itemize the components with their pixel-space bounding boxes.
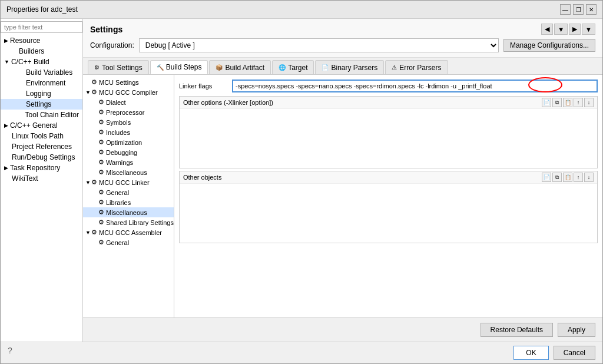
ok-button[interactable]: OK <box>513 346 548 360</box>
sidebar-item-wikitext[interactable]: WikiText <box>1 173 82 184</box>
sidebar-item-settings[interactable]: Settings <box>1 99 82 110</box>
linker-flags-label: Linker flags <box>179 82 232 90</box>
sidebar-item-builders[interactable]: Builders <box>1 46 82 57</box>
nav-arrows: ◀ ▼ ▶ ▼ <box>541 24 595 35</box>
other-options-icon1-btn[interactable]: 📄 <box>542 98 551 107</box>
tab-tool-settings[interactable]: ⚙ Tool Settings <box>88 60 149 74</box>
other-options-section: Other options (-Xlinker [option]) 📄 ⧉ 📋 … <box>179 96 598 168</box>
sidebar-item-build-variables[interactable]: Build Variables <box>1 67 82 78</box>
error-parsers-icon: ⚠ <box>392 64 397 71</box>
gcc-compiler-icon: ⚙ <box>91 88 97 96</box>
tree-node-libraries[interactable]: ⚙ Libraries <box>83 197 174 207</box>
help-icon[interactable]: ? <box>8 346 12 360</box>
tree-node-preprocessor[interactable]: ⚙ Preprocessor <box>83 107 174 117</box>
other-options-copy-btn[interactable]: ⧉ <box>552 98 562 107</box>
nav-back-button[interactable]: ◀ <box>541 24 553 35</box>
linker-flags-input[interactable] <box>232 80 598 92</box>
sidebar-item-project-references[interactable]: Project References <box>1 141 82 152</box>
other-objects-up-btn[interactable]: ↑ <box>574 173 583 182</box>
settings-content: ⚙ MCU Settings ▼ ⚙ MCU GCC Compiler ⚙ Di… <box>83 75 602 317</box>
tree-node-dialect[interactable]: ⚙ Dialect <box>83 97 174 107</box>
symbols-icon: ⚙ <box>98 118 104 126</box>
binary-parsers-icon: 📄 <box>322 64 329 71</box>
mcu-settings-icon: ⚙ <box>91 78 97 86</box>
tab-build-artifact[interactable]: 📦 Build Artifact <box>209 60 271 74</box>
tab-build-steps[interactable]: 🔨 Build Steps <box>150 60 208 74</box>
panel-header: Settings ◀ ▼ ▶ ▼ Configuration: Debug [ … <box>83 19 602 58</box>
tree-node-assembler-general[interactable]: ⚙ General <box>83 237 174 247</box>
gcc-assembler-icon: ⚙ <box>91 229 97 236</box>
tree-node-optimization[interactable]: ⚙ Optimization <box>83 137 174 147</box>
tab-target-label: Target <box>288 64 307 72</box>
tool-settings-icon: ⚙ <box>94 64 100 71</box>
dialect-icon: ⚙ <box>98 98 104 106</box>
filter-input[interactable] <box>1 21 82 33</box>
minimize-button[interactable]: — <box>560 4 571 15</box>
other-objects-icon1-btn[interactable]: 📄 <box>542 173 551 182</box>
target-icon: 🌐 <box>279 64 286 71</box>
sections-container: Other options (-Xlinker [option]) 📄 ⧉ 📋 … <box>179 96 598 313</box>
sidebar-item-run-debug[interactable]: Run/Debug Settings <box>1 152 82 163</box>
other-options-header: Other options (-Xlinker [option]) 📄 ⧉ 📋 … <box>180 97 597 109</box>
restore-button[interactable]: ❐ <box>573 4 584 15</box>
tree-node-includes[interactable]: ⚙ Includes <box>83 127 174 137</box>
panel-title: Settings <box>90 25 122 34</box>
linker-flags-wrap <box>232 80 598 92</box>
gcc-linker-icon: ⚙ <box>91 178 97 186</box>
sidebar-item-resource[interactable]: ▶ Resource <box>1 35 82 46</box>
tab-error-parsers[interactable]: ⚠ Error Parsers <box>385 60 448 74</box>
sidebar: ▶ Resource Builders ▼ C/C++ Build Build … <box>1 19 83 342</box>
linker-general-icon: ⚙ <box>98 188 104 196</box>
tab-error-parsers-label: Error Parsers <box>399 64 441 72</box>
sidebar-item-toolchain-editor[interactable]: Tool Chain Editor <box>1 110 82 120</box>
panel-header-title-row: Settings ◀ ▼ ▶ ▼ <box>90 24 595 35</box>
tree-node-linker-misc[interactable]: ⚙ Miscellaneous <box>83 207 174 217</box>
warnings-icon: ⚙ <box>98 158 104 166</box>
other-options-toolbar: 📄 ⧉ 📋 ↑ ↓ <box>542 98 594 107</box>
tab-binary-parsers-label: Binary Parsers <box>331 64 377 72</box>
nav-forward-button[interactable]: ▶ <box>569 24 581 35</box>
other-objects-down-btn[interactable]: ↓ <box>584 173 594 182</box>
manage-configs-button[interactable]: Manage Configurations... <box>503 39 595 52</box>
close-button[interactable]: ✕ <box>586 4 597 15</box>
sidebar-item-ccpp-build[interactable]: ▼ C/C++ Build <box>1 57 82 67</box>
other-options-down-btn[interactable]: ↓ <box>584 98 594 107</box>
apply-button[interactable]: Apply <box>558 323 595 337</box>
sidebar-item-task-repository[interactable]: ▶ Task Repository <box>1 163 82 173</box>
nav-forward-dropdown2[interactable]: ▼ <box>582 24 595 35</box>
tree-node-symbols[interactable]: ⚙ Symbols <box>83 117 174 127</box>
other-objects-paste-btn[interactable]: 📋 <box>563 173 572 182</box>
preprocessor-icon: ⚙ <box>98 108 104 116</box>
title-bar: Properties for adc_test — ❐ ✕ <box>1 1 602 19</box>
sidebar-item-logging[interactable]: Logging <box>1 88 82 99</box>
tree-node-gcc-compiler[interactable]: ▼ ⚙ MCU GCC Compiler <box>83 87 174 97</box>
sidebar-item-environment[interactable]: Environment <box>1 78 82 88</box>
tree-node-warnings[interactable]: ⚙ Warnings <box>83 157 174 167</box>
config-select[interactable]: Debug [ Active ] <box>139 38 499 52</box>
tree-node-gcc-assembler[interactable]: ▼ ⚙ MCU GCC Assembler <box>83 227 174 237</box>
sidebar-item-ccpp-general[interactable]: ▶ C/C++ General <box>1 120 82 131</box>
config-label: Configuration: <box>90 41 134 49</box>
tree-node-debugging[interactable]: ⚙ Debugging <box>83 147 174 157</box>
tree-node-shared-lib-settings[interactable]: ⚙ Shared Library Settings <box>83 217 174 227</box>
tab-binary-parsers[interactable]: 📄 Binary Parsers <box>315 60 384 74</box>
cancel-button[interactable]: Cancel <box>554 346 595 360</box>
tab-tool-settings-label: Tool Settings <box>102 64 143 72</box>
other-options-list <box>180 109 597 168</box>
other-options-paste-btn[interactable]: 📋 <box>563 98 572 107</box>
tree-node-gcc-linker[interactable]: ▼ ⚙ MCU GCC Linker <box>83 177 174 187</box>
tree-node-mcu-settings[interactable]: ⚙ MCU Settings <box>83 77 174 87</box>
other-options-up-btn[interactable]: ↑ <box>574 98 583 107</box>
tab-target[interactable]: 🌐 Target <box>272 60 314 74</box>
sidebar-item-linux-tools[interactable]: Linux Tools Path <box>1 131 82 141</box>
other-objects-header: Other objects 📄 ⧉ 📋 ↑ ↓ <box>180 171 597 184</box>
tree-node-linker-general[interactable]: ⚙ General <box>83 187 174 197</box>
nav-forward-dropdown[interactable]: ▼ <box>554 24 568 35</box>
tab-build-artifact-label: Build Artifact <box>225 64 264 72</box>
other-objects-copy-btn[interactable]: ⧉ <box>552 173 562 182</box>
tree-node-compiler-misc[interactable]: ⚙ Miscellaneous <box>83 167 174 177</box>
restore-defaults-button[interactable]: Restore Defaults <box>481 323 553 337</box>
right-panel: Settings ◀ ▼ ▶ ▼ Configuration: Debug [ … <box>83 19 602 342</box>
libraries-icon: ⚙ <box>98 198 104 206</box>
window-controls: — ❐ ✕ <box>560 4 597 15</box>
